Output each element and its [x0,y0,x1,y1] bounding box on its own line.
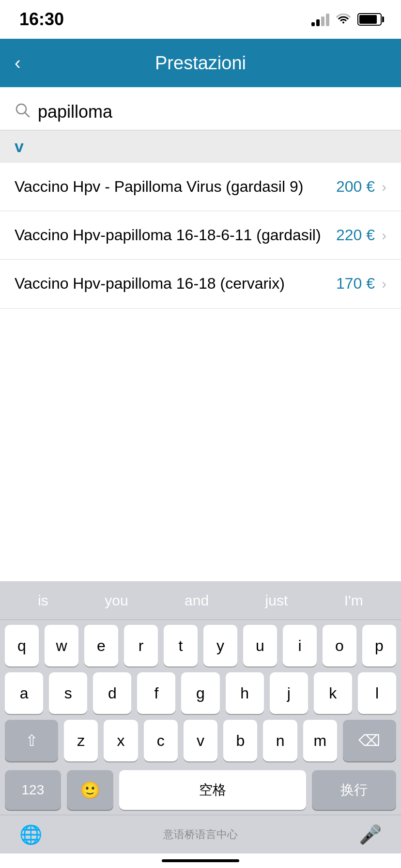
header: ‹ Prestazioni [0,39,401,87]
list-item[interactable]: Vaccino Hpv-papilloma 16-18 (cervarix) 1… [0,260,401,308]
key-q[interactable]: q [5,625,39,666]
suggestion-you[interactable]: you [95,589,138,613]
wifi-icon [336,12,351,27]
chevron-right-icon: › [382,179,386,195]
status-time: 16:30 [19,9,64,30]
suggestion-just[interactable]: just [256,589,298,613]
suggestion-im[interactable]: I'm [335,589,373,613]
keyboard-suggestions: is you and just I'm [0,581,401,620]
microphone-icon[interactable]: 🎤 [359,824,382,845]
key-e[interactable]: e [84,625,118,666]
item-price: 220 € [336,226,375,244]
return-key[interactable]: 换行 [312,770,396,810]
battery-icon [357,13,382,26]
key-s[interactable]: s [49,672,87,714]
item-name: Vaccino Hpv-papilloma 16-18-6-11 (gardas… [15,225,336,246]
key-l[interactable]: l [358,672,396,714]
home-bar [162,859,239,862]
key-i[interactable]: i [283,625,317,666]
svg-line-1 [25,112,29,117]
shift-key[interactable]: ⇧ [5,720,58,761]
search-input[interactable] [38,102,386,122]
globe-icon[interactable]: 🌐 [19,824,42,845]
key-b[interactable]: b [223,720,257,761]
key-f[interactable]: f [137,672,175,714]
key-n[interactable]: n [263,720,297,761]
key-u[interactable]: u [243,625,277,666]
key-a[interactable]: a [5,672,43,714]
chevron-right-icon: › [382,227,386,244]
search-bar [0,87,401,130]
keyboard-row-3: ⇧ z x c v b n m ⌫ [5,720,396,761]
item-price: 170 € [336,275,375,293]
key-v[interactable]: v [184,720,217,761]
list-item[interactable]: Vaccino Hpv - Papilloma Virus (gardasil … [0,163,401,211]
results-list: Vaccino Hpv - Papilloma Virus (gardasil … [0,163,401,309]
key-m[interactable]: m [303,720,337,761]
key-d[interactable]: d [93,672,131,714]
suggestion-and[interactable]: and [175,589,218,613]
key-k[interactable]: k [314,672,352,714]
signal-icon [311,13,329,26]
keyboard-extra: 🌐 意语桥语言中心 🎤 [0,815,401,853]
list-item[interactable]: Vaccino Hpv-papilloma 16-18-6-11 (gardas… [0,211,401,260]
watermark: 意语桥语言中心 [163,827,238,842]
section-header: v [0,130,401,163]
item-name: Vaccino Hpv - Papilloma Virus (gardasil … [15,176,336,197]
item-price: 200 € [336,178,375,196]
suggestion-is[interactable]: is [28,589,58,613]
numbers-key[interactable]: 123 [5,770,61,810]
key-g[interactable]: g [181,672,219,714]
emoji-key[interactable]: 🙂 [67,770,114,810]
keyboard-bottom-row: 123 🙂 空格 换行 [0,770,401,815]
key-x[interactable]: x [104,720,138,761]
key-c[interactable]: c [144,720,178,761]
keyboard-row-2: a s d f g h j k l [5,672,396,714]
key-z[interactable]: z [64,720,98,761]
item-name: Vaccino Hpv-papilloma 16-18 (cervarix) [15,273,336,294]
search-icon [15,102,30,122]
key-t[interactable]: t [164,625,198,666]
key-p[interactable]: p [362,625,396,666]
status-bar: 16:30 [0,0,401,39]
key-w[interactable]: w [45,625,78,666]
status-icons [311,12,382,27]
key-j[interactable]: j [270,672,308,714]
chevron-right-icon: › [382,276,386,292]
keyboard-row-1: q w e r t y u i o p [5,625,396,666]
home-indicator [0,853,401,868]
key-o[interactable]: o [323,625,356,666]
keyboard: is you and just I'm q w e r t y u i o p … [0,581,401,868]
delete-key[interactable]: ⌫ [343,720,396,761]
key-y[interactable]: y [203,625,237,666]
page-title: Prestazioni [155,53,246,74]
key-h[interactable]: h [226,672,264,714]
key-r[interactable]: r [124,625,158,666]
keyboard-rows: q w e r t y u i o p a s d f g h j k l ⇧ … [0,620,401,770]
space-key[interactable]: 空格 [119,770,306,810]
back-button[interactable]: ‹ [15,53,21,74]
